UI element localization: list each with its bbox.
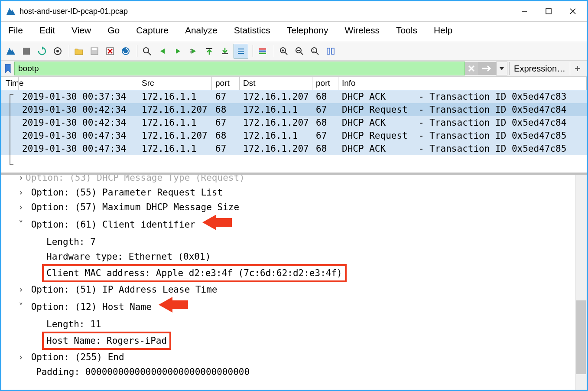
col-dst[interactable]: Dst [240,77,312,90]
menu-capture[interactable]: Capture [133,23,172,37]
menu-edit[interactable]: Edit [36,23,58,37]
detail-line[interactable]: Length: 11 [3,317,573,332]
detail-line[interactable]: › Option: (55) Parameter Request List [3,185,573,200]
menu-tools[interactable]: Tools [393,23,421,37]
col-sport[interactable]: port [212,77,240,90]
packet-row[interactable]: 2019-01-30 00:42:34172.16.1.20768172.16.… [1,103,587,116]
go-back-icon[interactable] [156,44,169,58]
add-filter-button[interactable]: + [570,62,585,75]
svg-line-34 [316,52,318,55]
resize-columns-icon[interactable] [324,44,338,58]
menu-analyze[interactable]: Analyze [182,23,221,37]
display-filter-bar: Expression… + [1,61,587,77]
colorize-icon[interactable] [256,44,270,58]
detail-line[interactable]: Padding: 000000000000000000000000000000 [3,365,573,379]
restart-capture-icon[interactable] [35,44,49,58]
svg-text:1: 1 [313,49,315,52]
shark-fin-icon[interactable] [4,44,18,58]
svg-rect-36 [327,48,330,54]
menu-help[interactable]: Help [430,23,456,37]
col-dport[interactable]: port [312,77,338,90]
svg-line-31 [301,52,303,55]
go-forward-icon[interactable] [171,44,185,58]
highlighted-field: Host Name: Rogers-iPad [42,332,171,350]
main-toolbar: 1 [1,42,587,61]
svg-point-13 [143,48,149,53]
highlighted-field: Client MAC address: Apple_d2:e3:4f (7c:6… [42,264,347,282]
detail-line[interactable]: › Option: (51) IP Address Lease Time [3,282,573,297]
zoom-in-icon[interactable] [277,44,291,58]
scrollbar-thumb[interactable] [576,300,586,374]
menu-bar: FileEditViewGoCaptureAnalyzeStatisticsTe… [1,22,587,42]
window-controls [512,3,585,20]
packet-row[interactable]: 2019-01-30 00:37:34172.16.1.167172.16.1.… [1,90,587,103]
close-button[interactable] [561,3,585,20]
packet-row[interactable]: 2019-01-30 00:47:34172.16.1.20768172.16.… [1,129,587,142]
bookmark-filter-icon[interactable] [3,62,13,75]
reload-file-icon[interactable] [119,44,133,58]
detail-line[interactable]: Length: 7 [3,235,573,249]
window-title: host-and-user-ID-pcap-01.pcap [19,7,512,16]
detail-line[interactable]: Client MAC address: Apple_d2:e3:4f (7c:6… [3,264,573,282]
menu-statistics[interactable]: Statistics [231,23,274,37]
packet-list-header: Time Src port Dst port Info [1,77,587,90]
menu-view[interactable]: View [68,23,94,37]
detail-line[interactable]: ˅ Option: (61) Client identifier [3,215,573,235]
clear-filter-button[interactable] [465,62,478,75]
col-time[interactable]: Time [1,77,138,90]
zoom-out-icon[interactable] [292,44,306,58]
col-info[interactable]: Info [338,77,587,90]
capture-options-icon[interactable] [51,44,65,58]
go-to-packet-icon[interactable] [187,44,201,58]
detail-line[interactable]: › Option: (255) End [3,350,573,365]
minimize-button[interactable] [512,3,536,20]
highlight-arrow-icon [158,297,189,317]
highlight-arrow-icon [201,215,233,235]
svg-line-14 [148,52,151,55]
detail-line[interactable]: ˅ Option: (12) Host Name [3,297,573,317]
stop-capture-icon[interactable] [19,44,33,58]
packet-row[interactable]: 2019-01-30 00:42:34172.16.1.167172.16.1.… [1,116,587,129]
save-file-icon[interactable] [88,44,101,58]
apply-filter-button[interactable] [478,62,496,75]
detail-line[interactable]: › Option: (57) Maximum DHCP Message Size [3,200,573,215]
menu-go[interactable]: Go [104,23,123,37]
filter-history-dropdown[interactable] [496,62,507,75]
svg-rect-4 [23,48,30,55]
app-icon [6,6,16,16]
col-src[interactable]: Src [138,77,212,90]
menu-wireless[interactable]: Wireless [341,23,383,37]
menu-telephony[interactable]: Telephony [283,23,332,37]
maximize-button[interactable] [536,3,561,20]
go-last-icon[interactable] [218,44,232,58]
detail-line[interactable]: Hardware type: Ethernet (0x01) [3,249,573,264]
menu-file[interactable]: File [5,23,26,37]
svg-line-27 [285,52,287,55]
svg-rect-1 [546,9,551,14]
title-bar: host-and-user-ID-pcap-01.pcap [1,1,587,22]
find-packet-icon[interactable] [140,44,154,58]
details-scrollbar[interactable] [575,175,587,390]
display-filter-input[interactable] [14,62,465,75]
auto-scroll-icon[interactable] [234,44,248,59]
packet-row[interactable]: 2019-01-30 00:47:34172.16.1.167172.16.1.… [1,142,587,155]
zoom-reset-icon[interactable]: 1 [308,44,322,58]
svg-point-6 [56,50,59,52]
detail-line[interactable]: Host Name: Rogers-iPad [3,332,573,350]
expression-button[interactable]: Expression… [509,62,570,75]
go-first-icon[interactable] [202,44,216,58]
open-file-icon[interactable] [72,44,86,58]
svg-rect-8 [92,48,97,50]
app-window: host-and-user-ID-pcap-01.pcap FileEditVi… [0,0,588,391]
packet-details-pane: › Option: (53) DHCP Message Type (Reques… [1,173,587,390]
close-file-icon[interactable] [103,44,117,58]
packet-list-pane: Time Src port Dst port Info 2019-01-30 0… [1,77,587,173]
svg-rect-37 [331,48,334,54]
